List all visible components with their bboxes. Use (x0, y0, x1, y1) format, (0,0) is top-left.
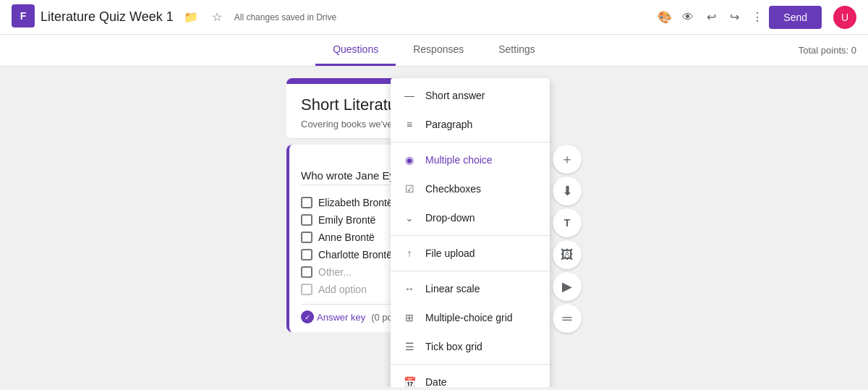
menu-item-label-file-upload: File upload (425, 247, 475, 259)
undo-icon-btn[interactable]: ↩ (699, 6, 723, 29)
menu-item-linear-scale[interactable]: ↔ Linear scale (391, 274, 550, 303)
option-label-other: Other... (318, 266, 352, 278)
menu-item-label-linear-scale: Linear scale (425, 283, 480, 294)
redo-icon-btn[interactable]: ↪ (723, 6, 746, 29)
saved-status: All changes saved in Drive (234, 12, 336, 22)
paragraph-icon: ≡ (402, 117, 417, 132)
menu-divider-2 (391, 235, 550, 236)
star-icon: ☆ (212, 10, 222, 24)
menu-item-label-dropdown: Drop-down (425, 212, 475, 224)
import-icon: ⬇ (562, 183, 573, 199)
tab-questions[interactable]: Questions (315, 35, 396, 66)
image-icon: 🖼 (561, 247, 574, 263)
add-option-label[interactable]: Add option (318, 284, 367, 295)
menu-item-label-date: Date (425, 376, 447, 387)
dropdown-icon: ⌄ (402, 211, 417, 225)
option-label-3: Charlotte Brontë (318, 249, 392, 260)
palette-icon: 🎨 (658, 10, 672, 24)
video-icon: ▶ (562, 279, 572, 294)
menu-item-date[interactable]: 📅 Date (391, 368, 550, 387)
answer-key-button[interactable]: ✓ Answer key (301, 310, 365, 323)
linear-scale-icon: ↔ (402, 281, 417, 296)
redo-icon: ↪ (730, 10, 739, 24)
palette-icon-btn[interactable]: 🎨 (653, 6, 676, 29)
preview-icon-btn[interactable]: 👁 (676, 6, 699, 29)
add-image-btn[interactable]: 🖼 (553, 240, 582, 269)
tab-responses[interactable]: Responses (396, 35, 481, 66)
menu-divider-4 (391, 364, 550, 365)
svg-text:F: F (20, 9, 27, 21)
short-answer-icon: — (402, 88, 417, 103)
checkbox-icon-0 (301, 197, 312, 208)
import-questions-btn[interactable]: ⬇ (553, 177, 582, 205)
menu-item-multiple-choice[interactable]: ◉ Multiple choice (391, 145, 550, 174)
menu-item-dropdown[interactable]: ⌄ Drop-down (391, 203, 550, 232)
send-button[interactable]: Send (769, 6, 822, 29)
folder-icon-btn[interactable]: 📁 (179, 6, 203, 29)
menu-item-label-paragraph: Paragraph (425, 119, 472, 130)
menu-item-label-mc-grid: Multiple-choice grid (425, 312, 513, 323)
checkbox-icon-other (301, 266, 312, 278)
topbar: F Literature Quiz Week 1 📁 ☆ All changes… (0, 0, 868, 35)
menu-item-label-multiple-choice: Multiple choice (425, 154, 493, 166)
tab-settings[interactable]: Settings (481, 35, 553, 66)
add-title-btn[interactable]: T (553, 208, 582, 237)
sidebar-actions: ＋ ⬇ T 🖼 ▶ ═ (553, 145, 582, 333)
add-question-btn[interactable]: ＋ (553, 145, 582, 174)
total-points: Total points: 0 (799, 45, 856, 56)
add-section-btn[interactable]: ═ (553, 304, 582, 333)
tick-box-grid-icon: ☰ (402, 339, 417, 354)
star-icon-btn[interactable]: ☆ (205, 6, 229, 29)
menu-divider-1 (391, 142, 550, 143)
eye-icon: 👁 (682, 11, 694, 24)
menu-item-short-answer[interactable]: — Short answer (391, 81, 550, 110)
more-icon: ⋮ (752, 10, 763, 24)
file-upload-icon: ↑ (402, 246, 417, 260)
menu-item-mc-grid[interactable]: ⊞ Multiple-choice grid (391, 303, 550, 332)
multiple-choice-icon: ◉ (402, 153, 417, 167)
title-icon: T (564, 217, 571, 229)
date-icon: 📅 (402, 375, 417, 387)
checkbox-icon-2 (301, 232, 312, 243)
option-label-1: Emily Brontë (318, 214, 375, 226)
title-icons: 📁 ☆ (179, 6, 229, 29)
menu-item-label-checkboxes: Checkboxes (425, 183, 481, 195)
folder-icon: 📁 (184, 10, 198, 24)
menu-item-tick-box-grid[interactable]: ☰ Tick box grid (391, 332, 550, 361)
checkboxes-icon: ☑ (402, 182, 417, 196)
add-video-btn[interactable]: ▶ (553, 272, 582, 301)
answer-key-icon: ✓ (301, 310, 314, 323)
mc-grid-icon: ⊞ (402, 310, 417, 325)
menu-item-label-tick-box-grid: Tick box grid (425, 341, 482, 352)
checkbox-icon-3 (301, 249, 312, 260)
section-icon: ═ (563, 311, 572, 326)
main-content: Short Literature Quiz Covering books we'… (0, 67, 868, 387)
menu-item-checkboxes[interactable]: ☑ Checkboxes (391, 174, 550, 203)
avatar: U (833, 6, 856, 29)
tabbar: Questions Responses Settings Total point… (0, 35, 868, 67)
option-label-2: Anne Brontë (318, 232, 375, 243)
checkbox-icon-add (301, 284, 312, 295)
menu-item-file-upload[interactable]: ↑ File upload (391, 239, 550, 268)
add-question-icon: ＋ (561, 151, 574, 168)
option-label-0: Elizabeth Brontë (318, 197, 393, 208)
undo-icon: ↩ (707, 10, 716, 24)
menu-divider-3 (391, 271, 550, 271)
answer-key-label: Answer key (317, 312, 365, 323)
menu-item-paragraph[interactable]: ≡ Paragraph (391, 110, 550, 139)
app-title: Literature Quiz Week 1 (41, 9, 174, 25)
more-options-btn[interactable]: ⋮ (746, 6, 769, 29)
app-logo: F (12, 4, 35, 30)
dropdown-menu: — Short answer ≡ Paragraph ◉ Multiple ch… (391, 78, 550, 387)
checkbox-icon-1 (301, 214, 312, 226)
menu-item-label-short-answer: Short answer (425, 90, 485, 101)
